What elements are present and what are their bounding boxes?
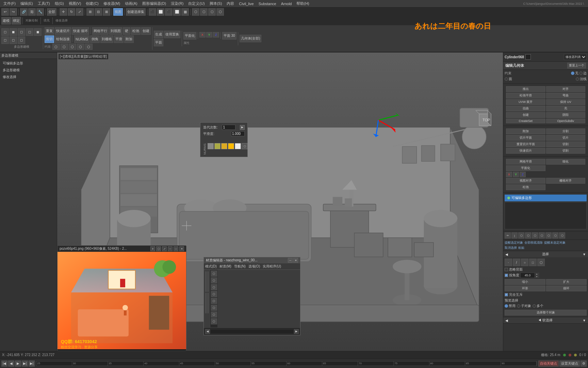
z-r-btn[interactable]: Z <box>520 172 526 177</box>
bip-max-btn[interactable]: □ <box>174 246 178 251</box>
select-set-btn[interactable]: 创建选择集 <box>126 8 146 16</box>
mat-tool-6[interactable]: ⬡ <box>211 305 217 311</box>
ignore-back-check[interactable] <box>505 268 508 271</box>
menu-animation[interactable]: 动画(A) <box>123 1 140 6</box>
by-angle-check[interactable] <box>505 274 508 277</box>
mat-sphere-1[interactable] <box>205 271 206 292</box>
icon-tb-8[interactable]: ⬡ <box>552 232 558 239</box>
approx-btn4[interactable]: ⬡ <box>77 44 84 50</box>
flatten-btn[interactable]: 平面化 <box>183 32 196 40</box>
array2-btn[interactable]: ⬛ <box>165 8 173 16</box>
rpanel-color-swatch[interactable] <box>525 54 531 60</box>
keep-uv-btn[interactable]: 保持 UV <box>546 99 586 105</box>
approx-btn5[interactable]: ⬡ <box>85 44 93 50</box>
mat-sphere-6[interactable] <box>208 293 209 313</box>
cut-r-btn[interactable]: 切割 <box>546 141 586 147</box>
full-interact-check[interactable] <box>505 293 508 296</box>
cut-all-btn[interactable]: 切割 <box>546 148 586 154</box>
shell-btn[interactable]: 壳 <box>546 106 586 111</box>
chamfer-btn[interactable]: 倒角 <box>90 35 100 43</box>
enlarge-btn[interactable]: 扩大 <box>546 279 587 285</box>
smooth-input[interactable] <box>231 131 245 136</box>
poly-icon4[interactable]: ◻ <box>26 28 33 36</box>
menu-script[interactable]: 脚本(S) <box>208 1 224 6</box>
nurms-btn[interactable]: NURMS <box>74 35 89 43</box>
append-btn[interactable]: 附加 <box>124 35 134 43</box>
repeat-btn[interactable]: 重复 <box>45 27 54 35</box>
tl-play-btn[interactable]: ▶ <box>15 361 21 367</box>
timeline-bar[interactable]: 25 30 35 40 45 50 55 60 65 70 75 80 85 9… <box>36 361 537 366</box>
setkey-btn[interactable]: 设置关键点 <box>559 361 580 367</box>
menu-modifier[interactable]: 修改器(M) <box>101 1 122 6</box>
angle-dn[interactable]: ▼ <box>535 275 539 278</box>
face-radio[interactable] <box>505 77 508 81</box>
icon-tb-5[interactable]: ⬡ <box>532 232 538 239</box>
mat-tool-5[interactable]: ⬡ <box>211 298 217 304</box>
link-btn[interactable]: 🔗 <box>20 8 28 16</box>
flat-btn[interactable]: 平滑 <box>114 35 124 43</box>
split-btn[interactable]: 分割 <box>546 128 586 134</box>
menu-civil[interactable]: Civil_live <box>237 1 256 6</box>
unlink-btn[interactable]: ⛓ <box>28 8 36 16</box>
swatch-orange[interactable] <box>228 143 234 149</box>
bind-btn[interactable]: 🔧 <box>36 8 44 16</box>
menu-create[interactable]: 创建(C) <box>84 1 100 6</box>
slice-btn[interactable]: 切片 <box>546 135 586 141</box>
mat-editor-title[interactable]: 材质编辑器 - naozhong_wire_00... ─ ✕ <box>204 257 300 263</box>
sel-copy-link[interactable]: 取消选择 <box>505 246 517 250</box>
swatch-extra-btn[interactable]: ⬡ <box>242 143 248 149</box>
autokey-btn[interactable]: 自动关键点 <box>538 361 559 367</box>
mat-tool-3[interactable]: ⬡ <box>211 284 217 290</box>
swatch-gray[interactable] <box>208 143 214 149</box>
menu-tools[interactable]: 工具(T) <box>36 1 52 6</box>
opensubdiv-btn[interactable]: OpenSubdiv <box>546 119 586 123</box>
curve3-btn[interactable]: ⬡ <box>208 8 216 16</box>
mat-sphere-3[interactable] <box>208 271 209 292</box>
sel-all-link[interactable]: 全部彻底清除 <box>524 241 543 245</box>
subobj-edge[interactable]: / <box>513 259 520 266</box>
select-all-obj-btn[interactable]: 选择整个对象 <box>505 310 587 316</box>
tl-end-btn[interactable]: ▶| <box>29 361 35 367</box>
shrink-btn[interactable]: 缩小 <box>505 279 545 285</box>
modifier-list-item[interactable]: 可编辑多边形 <box>505 195 587 201</box>
mesh-relax-btn[interactable]: 网格平滑 <box>506 159 545 165</box>
mat-tool-1[interactable]: ⬡ <box>211 271 217 277</box>
menu-file[interactable]: 文件(F) <box>1 1 18 6</box>
icon-tb-4[interactable]: ⬡ <box>525 232 531 239</box>
ring-btn[interactable]: 环形 <box>505 286 545 291</box>
icon-tb-2[interactable]: | <box>511 232 518 239</box>
snap-btn[interactable]: ⊞ <box>86 8 94 16</box>
redo-btn[interactable]: ↪ <box>10 8 17 16</box>
rotate-btn[interactable]: ↻ <box>68 8 75 16</box>
mat-close-btn[interactable]: ✕ <box>293 258 298 263</box>
tl-config-btn[interactable]: ⚙ <box>581 361 587 367</box>
select-all-btn[interactable]: 全部 <box>47 8 56 16</box>
subobj-border[interactable]: ○ <box>521 259 528 266</box>
to-view-btn[interactable]: 到视图 <box>109 27 122 35</box>
menu-customize[interactable]: 自定义(U) <box>186 1 207 6</box>
mat-tool-8[interactable]: ⬡ <box>211 318 217 324</box>
mat-minimize-btn[interactable]: ─ <box>288 258 293 263</box>
sel-paste-link[interactable]: 粘贴 <box>518 246 524 250</box>
attach-btn[interactable]: 附加 <box>506 128 545 134</box>
poly-icon6[interactable]: ◻ <box>1 36 9 44</box>
mat-sphere-2[interactable] <box>207 271 207 292</box>
poly-icon7[interactable]: ◻ <box>10 36 17 44</box>
model-mode-btn[interactable]: 建模 <box>1 17 11 25</box>
scale-btn[interactable]: ⤢ <box>76 8 83 16</box>
none-radio[interactable] <box>571 72 574 75</box>
mat-sphere-5[interactable] <box>207 293 207 313</box>
geo-btn[interactable]: 几何体(全部) <box>240 35 262 42</box>
bip-close-btn[interactable]: ✕ <box>179 246 184 251</box>
icon-tb-1[interactable]: ✏ <box>505 232 511 239</box>
quick-slice-r-btn[interactable]: 快速切片 <box>506 148 545 154</box>
bip-copy-btn[interactable]: ⬡ <box>156 246 161 251</box>
mat-menu-utility[interactable]: 实用程序(U) <box>263 264 281 269</box>
draw-connect-btn[interactable]: 绘制连接 <box>55 35 71 43</box>
icon-tb-3[interactable]: ⬡ <box>518 232 524 239</box>
poly-icon8[interactable]: ◻ <box>18 36 25 44</box>
create-btn[interactable]: 创建 <box>141 27 151 35</box>
mat-tool-7[interactable]: ⬡ <box>211 311 217 318</box>
left-poly-model-item[interactable]: 多边形建模 <box>1 67 55 73</box>
smooth-btn[interactable]: 松弛 <box>131 27 141 35</box>
